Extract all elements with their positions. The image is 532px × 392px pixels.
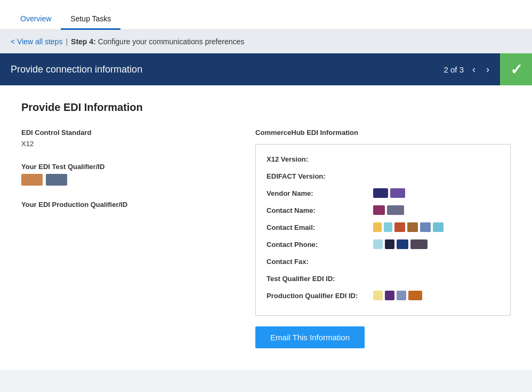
breadcrumb-step: Step 4: Configure your communications pr… <box>71 37 244 46</box>
step-banner: Provide connection information 2 of 3 ‹ … <box>0 53 532 85</box>
edi-control-group: EDI Control Standard X12 <box>21 129 234 148</box>
vendor-block-1 <box>373 188 388 198</box>
edi-control-label: EDI Control Standard <box>21 129 234 137</box>
test-qualifier-label: Your EDI Test Qualifier/ID <box>21 163 234 171</box>
banner-check-area: ✓ <box>500 53 532 85</box>
edi-row-test-qualifier: Test Qualifier EDI ID: <box>267 273 499 284</box>
edi-row-vendor: Vendor Name: <box>267 187 499 199</box>
prod-qualifier-edi-value <box>373 291 422 300</box>
contact-fax-label: Contact Fax: <box>267 258 373 266</box>
prod-qualifier-group: Your EDI Production Qualifier/ID <box>21 201 234 209</box>
test-qualifier-group: Your EDI Test Qualifier/ID <box>21 163 234 186</box>
left-column: EDI Control Standard X12 Your EDI Test Q… <box>21 129 234 223</box>
edi-row-x12: X12 Version: <box>267 153 499 165</box>
edi-row-contact-fax: Contact Fax: <box>267 255 499 267</box>
edifact-label: EDIFACT Version: <box>267 172 373 180</box>
phone-block-2 <box>385 239 394 249</box>
test-qualifier-edi-label: Test Qualifier EDI ID: <box>267 275 373 283</box>
contact-phone-value <box>373 239 428 249</box>
email-block-3 <box>394 222 405 232</box>
email-block-5 <box>420 222 431 232</box>
banner-progress-area: 2 of 3 ‹ › <box>435 53 500 85</box>
vendor-label: Vendor Name: <box>267 189 373 197</box>
tab-setup-tasks[interactable]: Setup Tasks <box>61 9 120 30</box>
prod-block-1 <box>373 291 383 300</box>
vendor-value <box>373 188 405 198</box>
test-block-1 <box>21 174 43 186</box>
edi-row-prod-qualifier: Production Qualifier EDI ID: <box>267 290 499 301</box>
edi-row-contact-phone: Contact Phone: <box>267 238 499 250</box>
prod-qualifier-edi-label: Production Qualifier EDI ID: <box>267 292 373 300</box>
breadcrumb: < View all steps | Step 4: Configure you… <box>0 30 532 53</box>
email-block-6 <box>433 222 444 232</box>
contact-name-block-1 <box>373 205 385 215</box>
phone-block-3 <box>397 239 408 249</box>
section-title: Provide EDI Information <box>21 101 511 114</box>
breadcrumb-separator: | <box>66 37 68 46</box>
content-columns: EDI Control Standard X12 Your EDI Test Q… <box>21 129 511 348</box>
edi-info-title: CommerceHub EDI Information <box>255 129 511 137</box>
email-block-1 <box>373 222 382 232</box>
contact-email-label: Contact Email: <box>267 223 373 231</box>
banner-title: Provide connection information <box>11 64 142 75</box>
check-icon: ✓ <box>510 61 522 78</box>
banner-prev-button[interactable]: ‹ <box>470 63 478 76</box>
right-column: CommerceHub EDI Information X12 Version:… <box>255 129 511 348</box>
prod-block-3 <box>397 291 406 300</box>
banner-progress-text: 2 of 3 <box>444 65 464 74</box>
tab-overview[interactable]: Overview <box>11 9 61 30</box>
edi-row-contact-email: Contact Email: <box>267 221 499 233</box>
contact-phone-label: Contact Phone: <box>267 241 373 249</box>
email-block-4 <box>407 222 418 232</box>
phone-block-4 <box>410 239 428 249</box>
phone-block-1 <box>373 239 383 249</box>
banner-title-area: Provide connection information <box>0 53 435 85</box>
contact-name-value <box>373 205 404 215</box>
edi-row-contact-name: Contact Name: <box>267 204 499 216</box>
x12-label: X12 Version: <box>267 155 373 163</box>
edi-info-box: X12 Version: EDIFACT Version: Vendor Nam… <box>255 144 511 316</box>
prod-qualifier-label: Your EDI Production Qualifier/ID <box>21 201 234 209</box>
edi-control-value: X12 <box>21 140 234 148</box>
contact-name-label: Contact Name: <box>267 206 373 214</box>
prod-block-2 <box>385 291 394 300</box>
prod-block-4 <box>408 291 422 300</box>
test-qualifier-blocks <box>21 174 234 186</box>
email-this-information-button[interactable]: Email This Information <box>255 326 365 348</box>
edi-row-edifact: EDIFACT Version: <box>267 170 499 182</box>
email-block-2 <box>384 222 392 232</box>
contact-email-value <box>373 222 444 232</box>
contact-name-block-2 <box>387 205 404 215</box>
banner-next-button[interactable]: › <box>484 63 491 76</box>
top-nav: Overview Setup Tasks <box>0 0 532 30</box>
view-all-steps-link[interactable]: < View all steps <box>11 37 62 46</box>
vendor-block-2 <box>390 188 405 198</box>
main-content: Provide EDI Information EDI Control Stan… <box>0 85 532 370</box>
test-block-2 <box>46 174 67 186</box>
email-btn-container: Email This Information <box>255 326 511 348</box>
